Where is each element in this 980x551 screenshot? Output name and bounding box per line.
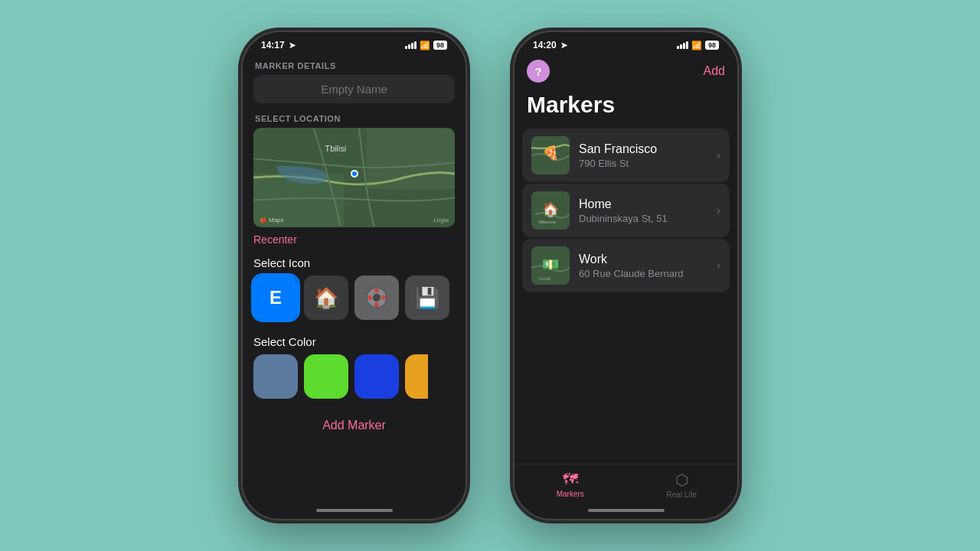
right-wifi-icon: 📶 (691, 41, 702, 51)
icon-cell-house[interactable]: 🏠 (304, 276, 348, 320)
marker-addr-work: 60 Rue Claude Bernard (579, 268, 707, 279)
svg-point-8 (374, 302, 379, 307)
marker-addr-home: Dubininskaya St, 51 (579, 213, 707, 224)
marker-name-home: Home (579, 197, 707, 211)
wifi-icon: 📶 (420, 41, 430, 51)
reallife-tab-icon: ⬡ (675, 471, 688, 489)
marker-info-sf: San Francisco 790 Ellis St (579, 142, 707, 169)
marker-list: 🍕 San Francisco 790 Ellis St › 🏠 Moscow (514, 129, 737, 464)
map-pin (351, 170, 358, 178)
markers-tab-icon: 🗺 (563, 471, 578, 488)
svg-point-9 (368, 295, 372, 300)
recenter-button[interactable]: Recenter (243, 227, 466, 252)
markers-title: Markers (514, 89, 737, 129)
chevron-work-icon: › (717, 259, 720, 272)
map-legal: Legal (433, 217, 449, 223)
marker-details-screen: MARKER DETAILS SELECT LOCATION (243, 54, 466, 502)
svg-point-5 (373, 294, 381, 302)
color-orange[interactable] (405, 354, 428, 399)
color-green[interactable] (304, 354, 348, 399)
left-status-bar: 14:17 ➤ 📶 98 (243, 32, 466, 54)
add-marker-button[interactable]: Add Marker (243, 409, 466, 442)
right-status-bar: 14:20 ➤ 📶 98 (514, 32, 737, 54)
right-signal-icon (677, 41, 688, 49)
left-phone: 14:17 ➤ 📶 98 MARKER DETAILS SELECT LOCAT… (241, 31, 467, 520)
left-screen-content: MARKER DETAILS SELECT LOCATION (243, 54, 466, 502)
marker-thumb-work: 💵 Local (531, 246, 570, 285)
marker-details-header: MARKER DETAILS (243, 54, 466, 75)
marker-info-home: Home Dubininskaya St, 51 (579, 197, 707, 224)
left-home-indicator (243, 502, 466, 519)
markers-top-bar: ? Add (514, 54, 737, 89)
tab-markers[interactable]: 🗺 Markers (514, 471, 626, 499)
battery-badge: 98 (433, 41, 447, 50)
tab-reallife[interactable]: ⬡ Real Life (626, 471, 738, 499)
location-icon: ➤ (289, 41, 296, 51)
svg-text:Moscow: Moscow (539, 220, 557, 224)
svg-text:💵: 💵 (542, 256, 560, 273)
right-home-indicator (514, 502, 737, 519)
signal-icon (405, 41, 416, 49)
marker-item-home[interactable]: 🏠 Moscow Home Dubininskaya St, 51 › (522, 184, 730, 237)
reallife-tab-label: Real Life (667, 491, 697, 499)
icon-grid: E 🏠 💾 (243, 276, 466, 331)
svg-text:🍕: 🍕 (542, 145, 560, 161)
help-button[interactable]: ? (527, 60, 550, 83)
svg-text:🏠: 🏠 (542, 201, 560, 218)
color-bluegray[interactable] (253, 354, 298, 399)
svg-rect-2 (367, 129, 455, 189)
svg-text:Local: Local (539, 276, 550, 281)
icon-cell-e[interactable]: E (253, 276, 298, 320)
chevron-home-icon: › (717, 204, 720, 217)
select-location-label: SELECT LOCATION (243, 114, 466, 128)
tab-bar: 🗺 Markers ⬡ Real Life (514, 464, 737, 502)
marker-item-work[interactable]: 💵 Local Work 60 Rue Claude Bernard › (522, 239, 730, 292)
marker-addr-sf: 790 Ellis St (579, 158, 707, 169)
select-color-label: Select Color (243, 331, 466, 354)
markers-tab-label: Markers (557, 490, 584, 498)
marker-thumb-sf: 🍕 (531, 136, 570, 174)
add-button[interactable]: Add (704, 64, 725, 78)
svg-point-7 (381, 295, 386, 300)
right-battery-badge: 98 (705, 41, 719, 50)
marker-info-work: Work 60 Rue Claude Bernard (579, 253, 707, 279)
icon-cell-fourway[interactable] (354, 276, 399, 320)
marker-name-work: Work (579, 253, 707, 266)
marker-thumb-home: 🏠 Moscow (531, 191, 570, 230)
color-grid (243, 354, 466, 409)
right-phone: 14:20 ➤ 📶 98 ? Add Markers (513, 31, 739, 520)
color-blue[interactable] (354, 354, 399, 399)
left-time: 14:17 (261, 40, 285, 51)
svg-text:Tbilisi: Tbilisi (325, 144, 347, 153)
markers-screen: ? Add Markers 🍕 San Francisco 790 Ellis … (514, 54, 737, 502)
icon-cell-save[interactable]: 💾 (405, 276, 449, 320)
map-watermark: 🍎 Maps (260, 217, 284, 223)
chevron-sf-icon: › (717, 148, 720, 162)
right-location-icon: ➤ (560, 41, 567, 51)
select-icon-label: Select Icon (243, 252, 466, 276)
marker-name-sf: San Francisco (579, 142, 707, 156)
map-preview[interactable]: Tbilisi 🍎 Maps Legal (253, 128, 455, 227)
marker-name-input[interactable] (253, 75, 455, 103)
marker-item-sf[interactable]: 🍕 San Francisco 790 Ellis St › (522, 129, 730, 182)
svg-point-6 (374, 289, 379, 293)
right-time: 14:20 (533, 40, 557, 51)
